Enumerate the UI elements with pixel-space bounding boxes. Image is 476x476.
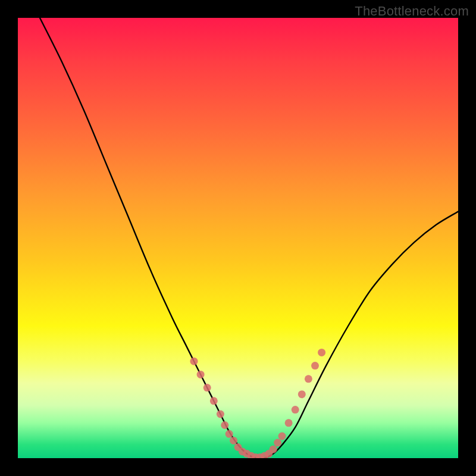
data-marker bbox=[298, 390, 306, 398]
data-marker bbox=[278, 433, 286, 440]
data-marker bbox=[318, 349, 325, 356]
data-marker bbox=[305, 375, 312, 383]
data-marker bbox=[197, 371, 205, 378]
data-marker bbox=[217, 411, 224, 418]
data-marker bbox=[270, 446, 277, 453]
data-marker bbox=[285, 419, 293, 427]
chart-svg bbox=[18, 18, 458, 458]
data-marker bbox=[221, 421, 228, 429]
watermark-text: TheBottleneck.com bbox=[355, 4, 469, 19]
data-markers bbox=[190, 349, 326, 458]
data-marker bbox=[203, 384, 211, 392]
data-marker bbox=[274, 439, 281, 447]
data-marker bbox=[292, 406, 299, 414]
data-marker bbox=[210, 397, 218, 405]
data-marker bbox=[190, 358, 198, 365]
bottleneck-curve bbox=[40, 18, 458, 458]
plot-area bbox=[18, 18, 458, 458]
data-marker bbox=[226, 430, 233, 438]
chart-frame: TheBottleneck.com bbox=[0, 0, 476, 476]
data-marker bbox=[230, 437, 237, 444]
data-marker bbox=[311, 362, 319, 369]
